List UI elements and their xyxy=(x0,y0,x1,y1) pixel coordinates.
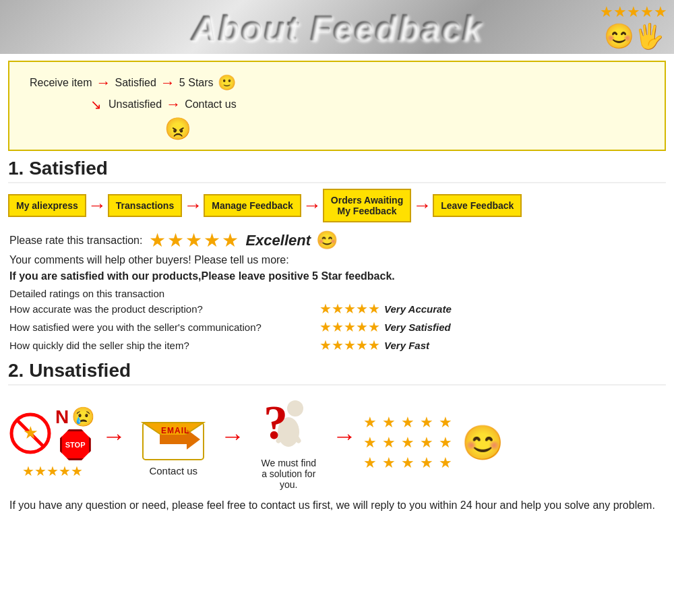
smile-emoji: 🙂 xyxy=(218,74,236,92)
unsat-flow: ★ N 😢 STOP ★★★★★ → xyxy=(9,395,665,490)
unsatisfied-label: Unsatisfied xyxy=(109,98,162,111)
unsat-block-question: ? We must find a solution for you. xyxy=(251,395,326,490)
step-transactions: Transactions xyxy=(108,194,182,217)
detailed-ratings: Detailed ratings on this transaction How… xyxy=(9,288,665,353)
step-leave-feedback: Leave Feedback xyxy=(433,194,522,217)
rate-row: Please rate this transaction: ★★★★★ Exce… xyxy=(9,229,665,251)
detail-stars-3: ★★★★★ xyxy=(319,337,380,353)
steps-flow: My aliexpress → Transactions → Manage Fe… xyxy=(8,189,666,222)
section1-title: 1. Satisfied xyxy=(8,158,666,183)
svg-text:?: ? xyxy=(264,396,288,450)
header-smiley: 😊🖐️ xyxy=(604,22,665,51)
section2: 2. Unsatisfied ★ N 😢 ST xyxy=(0,360,674,514)
section1: 1. Satisfied My aliexpress → Transaction… xyxy=(0,158,674,353)
svg-text:★: ★ xyxy=(24,425,38,441)
contact-us-label: Contact us xyxy=(185,98,236,111)
contact-us-label: Contact us xyxy=(149,465,197,476)
unsat-arrow3: → xyxy=(332,422,357,450)
header: About Feedback ★★★★★ 😊🖐️ xyxy=(0,0,674,54)
unsat-arrow1: → xyxy=(102,422,126,450)
receive-item-label: Receive item xyxy=(30,77,92,89)
step-orders-awaiting: Orders AwaitingMy Feedback xyxy=(323,189,411,222)
arrow2: → xyxy=(160,74,175,92)
detail-header: Detailed ratings on this transaction xyxy=(9,288,665,299)
sad-face-1: 😢 xyxy=(71,406,95,428)
rating-stars: ★★★★★ xyxy=(149,229,240,251)
svg-text:EMAIL: EMAIL xyxy=(161,426,189,435)
detail-stars-1: ★★★★★ xyxy=(319,301,380,317)
step-myaliexpress: My aliexpress xyxy=(8,194,86,217)
detail-value-1: Very Accurate xyxy=(384,303,452,315)
detail-stars-2: ★★★★★ xyxy=(319,319,380,335)
step-arrow2: → xyxy=(183,195,202,216)
solution-label: We must find a solution for you. xyxy=(262,458,316,490)
excellent-text: Excellent xyxy=(245,232,311,249)
svg-point-7 xyxy=(287,400,303,417)
page-title: About Feedback xyxy=(0,8,674,49)
rating-section: Please rate this transaction: ★★★★★ Exce… xyxy=(9,229,665,282)
detail-value-2: Very Satisfied xyxy=(384,321,451,333)
stars-grid: ★ ★ ★ ★ ★ ★ ★ ★ ★ ★ ★ ★ ★ ★ xyxy=(363,414,456,472)
smiley-excellent: 😊 xyxy=(316,230,338,251)
final-smiley: 😊 xyxy=(462,423,503,462)
detail-label-3: How quickly did the seller ship the item… xyxy=(9,340,319,351)
positive-msg: If you are satisfied with our products,P… xyxy=(9,270,665,282)
satisfied-label: Satisfied xyxy=(115,77,156,89)
step-arrow4: → xyxy=(412,195,431,216)
info-box: Receive item → Satisfied → 5 Stars 🙂 ↘ U… xyxy=(8,61,666,151)
step-arrow1: → xyxy=(88,195,106,216)
step-manage-feedback: Manage Feedback xyxy=(204,194,301,217)
detail-row-1: How accurate was the product description… xyxy=(9,301,665,317)
n-letter: N xyxy=(55,406,69,428)
comments-label: Your comments will help other buyers! Pl… xyxy=(9,254,665,266)
arrow3: → xyxy=(166,96,181,113)
five-stars-label: 5 Stars xyxy=(179,77,214,89)
no-sign-icon: ★ xyxy=(9,412,51,454)
unsat-arrow2: → xyxy=(220,422,245,450)
header-stars: ★★★★★ xyxy=(600,3,667,21)
unsat-block-email: EMAIL Contact us xyxy=(133,409,214,476)
section2-title: 2. Unsatisfied xyxy=(8,360,666,386)
sad-emoji: 😠 xyxy=(30,116,237,142)
stop-sign: STOP xyxy=(60,429,91,460)
detail-label-1: How accurate was the product description… xyxy=(9,303,319,315)
bottom-message: If you have any question or need, please… xyxy=(9,497,665,514)
detail-value-3: Very Fast xyxy=(384,340,429,351)
unsat-block1: ★ N 😢 STOP ★★★★★ xyxy=(9,406,95,479)
detail-row-3: How quickly did the seller ship the item… xyxy=(9,337,665,353)
diag-arrow: ↘ xyxy=(90,96,102,113)
question-figure-icon: ? xyxy=(258,395,319,458)
step-arrow3: → xyxy=(303,195,321,216)
detail-label-2: How satisfied were you with the seller's… xyxy=(9,321,319,333)
arrow1: → xyxy=(96,74,111,92)
rate-label: Please rate this transaction: xyxy=(9,235,142,247)
unsat-block-stars: ★ ★ ★ ★ ★ ★ ★ ★ ★ ★ ★ ★ ★ ★ xyxy=(363,414,503,472)
detail-row-2: How satisfied were you with the seller's… xyxy=(9,319,665,335)
email-envelope-icon: EMAIL xyxy=(140,409,207,465)
unsat-stars-bottom: ★★★★★ xyxy=(22,463,83,479)
